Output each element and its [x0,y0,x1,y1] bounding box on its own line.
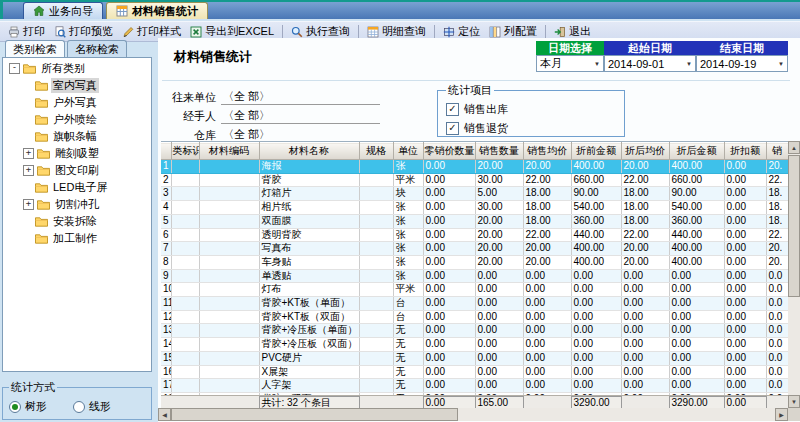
date-filter-dropdown[interactable]: 2014-09-01▼ [604,55,696,72]
stat-item-option[interactable]: ✓销售退货 [446,119,616,138]
tree-item[interactable]: 旗帜条幅 [3,128,151,145]
vertical-scrollbar[interactable]: ▲ ▼ [788,141,800,408]
scroll-right-icon[interactable]: ▶ [775,408,788,421]
expand-icon: + [23,199,34,210]
column-header[interactable]: 材料编码 [199,143,259,160]
table-row[interactable]: 12背胶+KT板（双面）台0.000.000.000.000.000.000.0… [161,310,788,324]
radio-icon[interactable] [73,401,85,413]
retail-qty-cell: 0.00 [423,324,475,338]
post-discount-cell: 540.00 [669,201,724,215]
toolbar-button-label: 列配置 [504,24,537,39]
tree-item[interactable]: +切割冲孔 [3,196,151,213]
table-row[interactable]: 11背胶+KT板（单面）台0.000.000.000.000.000.000.0… [161,297,788,311]
table-row[interactable]: 7写真布张0.0020.0020.00400.0020.00400.000.00… [161,242,788,256]
scroll-down-icon[interactable]: ▼ [788,395,800,408]
spec-cell [359,338,393,352]
print-style-icon [122,26,134,38]
toolbar-separator [545,25,546,39]
column-header[interactable]: 规格 [359,143,393,160]
post-avg-cell: 20.00 [621,255,669,269]
unit-cell: 无 [393,351,423,365]
tree-item[interactable]: 户外写真 [3,94,151,111]
column-header[interactable]: 折后金额 [669,143,724,160]
column-header[interactable]: 折后均价 [621,143,669,160]
table-row[interactable]: 2背胶平米0.0030.0022.00660.0022.00660.000.00… [161,173,788,187]
vertical-scroll-thumb[interactable] [788,155,800,297]
print-button[interactable]: 打印 [4,23,49,40]
table-row[interactable]: 13背胶+冷压板（单面）无0.000.000.000.000.000.000.0… [161,324,788,338]
radio-icon[interactable] [9,401,21,413]
stat-mode-option[interactable]: 树形 [9,399,47,414]
tree-item[interactable]: 加工制作 [3,230,151,247]
tab-label: 业务向导 [49,4,93,19]
table-row[interactable]: 5双面膜张0.0020.0018.00360.0018.00360.000.00… [161,214,788,228]
tab-business-wizard[interactable]: 业务向导 [23,2,103,19]
tab-material-sales-stats[interactable]: 材料销售统计 [106,2,208,19]
extra-cell: 18. [766,187,788,201]
pre-discount-cell: 0.00 [571,324,621,338]
post-avg-cell: 0.00 [621,365,669,379]
column-header[interactable]: 折前金额 [571,143,621,160]
tree-item[interactable]: 室内写真 [3,77,151,94]
checkbox-icon[interactable]: ✓ [446,122,459,135]
table-row[interactable]: 15PVC硬片无0.000.000.000.000.000.000.000.0 [161,351,788,365]
collapse-icon[interactable]: - [9,63,20,74]
date-filter-value: 2014-09-01 [608,58,664,70]
table-row[interactable]: 16X展架无0.000.000.000.000.000.000.000.0 [161,365,788,379]
table-row[interactable]: 9单透贴张0.000.000.000.000.000.000.000.0 [161,269,788,283]
footer-blank [766,397,788,409]
sidebar-tab-category-search[interactable]: 类别检索 [5,40,65,57]
table-row[interactable]: 1海报张0.0020.0020.00400.0020.00400.000.002… [161,160,788,174]
filter-value-field[interactable]: 〈全 部〉 [221,108,380,124]
filter-value-field[interactable]: 〈全 部〉 [221,89,380,105]
tree-item[interactable]: 安装拆除 [3,213,151,230]
horizontal-scroll-thumb[interactable] [171,408,458,421]
column-header[interactable]: 销 [766,143,788,160]
table-row[interactable]: 3灯箱片块0.005.0018.0090.0018.0090.000.0018. [161,187,788,201]
sales-qty-cell: 20.00 [475,160,523,174]
tree-connector [23,115,32,124]
filter-row: 经手人〈全 部〉 [166,107,380,125]
column-header[interactable]: 销售均价 [523,143,571,160]
column-header[interactable]: 材料名称 [259,143,359,160]
stat-item-option[interactable]: ✓销售出库 [446,100,616,119]
extra-cell: 0.0 [766,269,788,283]
table-row[interactable]: 8车身贴张0.0020.0020.00400.0020.00400.000.00… [161,255,788,269]
horizontal-scrollbar[interactable]: ◀ ▶ [158,408,788,421]
tree-item[interactable]: +雕刻吸塑 [3,145,151,162]
column-header[interactable]: 类标识 [171,143,199,160]
material-code-cell [199,379,259,393]
tree-item[interactable]: 户外喷绘 [3,111,151,128]
date-filter-dropdown[interactable]: 2014-09-19▼ [696,55,788,72]
pre-discount-cell: 0.00 [571,338,621,352]
print-preview-button[interactable]: 打印预览 [50,23,117,40]
pre-discount-cell: 0.00 [571,310,621,324]
tree-item-label: LED电子屏 [51,180,109,195]
tree-root[interactable]: -所有类别 [3,60,151,77]
stat-mode-option[interactable]: 线形 [73,399,111,414]
column-header[interactable]: 零销价数量 [423,143,475,160]
scroll-up-icon[interactable]: ▲ [788,141,800,154]
material-name-cell: 背胶+冷压板（双面） [259,338,359,352]
table-row[interactable]: 10灯布平米0.000.000.000.000.000.000.000.0 [161,283,788,297]
folder-icon [37,165,50,176]
column-header[interactable]: 单位 [393,143,423,160]
material-code-cell [199,365,259,379]
folder-icon [35,216,48,227]
tree-item[interactable]: +图文印刷 [3,162,151,179]
column-header[interactable]: 折扣额 [724,143,766,160]
tree-item[interactable]: LED电子屏 [3,179,151,196]
row-number-cell: 6 [161,228,171,242]
discount-cell: 0.00 [724,324,766,338]
date-filter-dropdown[interactable]: 本月▼ [536,55,604,72]
table-row[interactable]: 14背胶+冷压板（双面）无0.000.000.000.000.000.000.0… [161,338,788,352]
table-row[interactable]: 17人字架无0.000.000.000.000.000.000.000.0 [161,379,788,393]
checkbox-icon[interactable]: ✓ [446,103,459,116]
class-id-cell [171,242,199,256]
table-row[interactable]: 6透明背胶张0.0020.0022.00440.0022.00440.000.0… [161,228,788,242]
scroll-left-icon[interactable]: ◀ [158,408,171,421]
column-header[interactable]: 销售数量 [475,143,523,160]
avg-price-cell: 22.00 [523,173,571,187]
table-row[interactable]: 4相片纸张0.0030.0018.00540.0018.00540.000.00… [161,201,788,215]
sidebar-tab-name-search[interactable]: 名称检索 [67,40,127,57]
